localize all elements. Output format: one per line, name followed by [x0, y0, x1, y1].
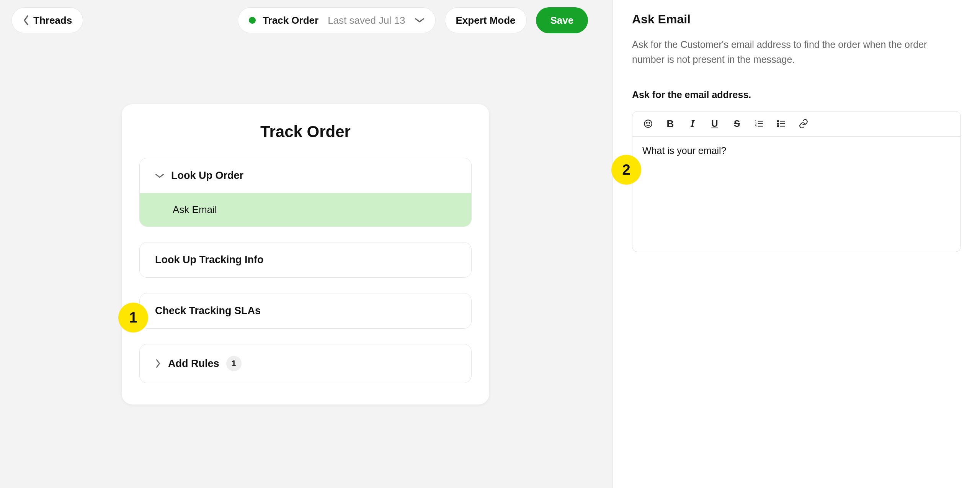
save-button[interactable]: Save [536, 7, 588, 33]
bold-icon[interactable]: B [659, 113, 681, 135]
step-header-look-up-tracking-info[interactable]: Look Up Tracking Info [140, 242, 471, 277]
flow-step: Check Tracking SLAs [139, 293, 472, 329]
svg-point-9 [777, 121, 779, 122]
chevron-down-icon [415, 17, 425, 24]
chevron-right-icon [155, 359, 161, 368]
panel-title: Ask Email [632, 12, 961, 26]
topbar: Threads Track Order Last saved Jul 13 Ex… [11, 7, 601, 34]
emoji-icon[interactable] [637, 113, 659, 135]
document-title: Track Order [263, 15, 318, 26]
step-label: Check Tracking SLAs [155, 305, 261, 317]
flow-card: Track Order Look Up Order Ask Email Look… [122, 104, 489, 404]
flow-title: Track Order [139, 123, 472, 141]
expert-mode-label: Expert Mode [456, 15, 516, 26]
svg-point-0 [644, 120, 652, 128]
annotation-marker-1: 1 [118, 303, 148, 332]
strikethrough-icon[interactable]: S [726, 113, 748, 135]
expert-mode-button[interactable]: Expert Mode [445, 7, 527, 33]
step-label: Look Up Order [171, 170, 243, 182]
annotation-marker-2: 2 [611, 155, 641, 185]
svg-point-13 [777, 126, 779, 127]
save-label: Save [550, 15, 574, 26]
rule-count-badge: 1 [226, 356, 242, 371]
underline-icon[interactable]: U [704, 113, 726, 135]
step-header-check-tracking-slas[interactable]: Check Tracking SLAs [140, 293, 471, 328]
chevron-left-icon [23, 15, 29, 26]
svg-text:3: 3 [755, 124, 756, 128]
flow-step: Look Up Order Ask Email [139, 158, 472, 227]
step-sub-label: Ask Email [173, 204, 217, 216]
editor-toolbar: B I U S 123 [632, 111, 960, 137]
panel-description: Ask for the Customer's email address to … [632, 37, 961, 67]
step-label: Add Rules [168, 358, 219, 370]
threads-label: Threads [33, 15, 72, 26]
step-header-add-rules[interactable]: Add Rules 1 [140, 344, 471, 383]
svg-point-11 [777, 123, 779, 124]
document-status-pill[interactable]: Track Order Last saved Jul 13 [238, 7, 435, 33]
unordered-list-icon[interactable] [770, 113, 792, 135]
chevron-down-icon [155, 173, 164, 179]
italic-icon[interactable]: I [681, 113, 704, 135]
step-header-look-up-order[interactable]: Look Up Order [140, 158, 471, 193]
status-dot-icon [249, 17, 256, 24]
link-icon[interactable] [792, 113, 815, 135]
main-canvas: Threads Track Order Last saved Jul 13 Ex… [0, 0, 612, 488]
right-panel: Ask Email Ask for the Customer's email a… [612, 0, 980, 488]
flow-step: Add Rules 1 [139, 344, 472, 383]
step-sub-ask-email[interactable]: Ask Email [140, 193, 471, 226]
flow-step: Look Up Tracking Info [139, 242, 472, 278]
threads-button[interactable]: Threads [11, 7, 83, 33]
panel-subhead: Ask for the email address. [632, 89, 961, 100]
last-saved-text: Last saved Jul 13 [328, 15, 405, 26]
step-label: Look Up Tracking Info [155, 254, 264, 266]
svg-point-2 [649, 123, 650, 123]
ordered-list-icon[interactable]: 123 [748, 113, 770, 135]
editor-body[interactable]: What is your email? [632, 137, 960, 252]
svg-point-1 [647, 123, 647, 123]
text-editor: B I U S 123 [632, 111, 961, 252]
